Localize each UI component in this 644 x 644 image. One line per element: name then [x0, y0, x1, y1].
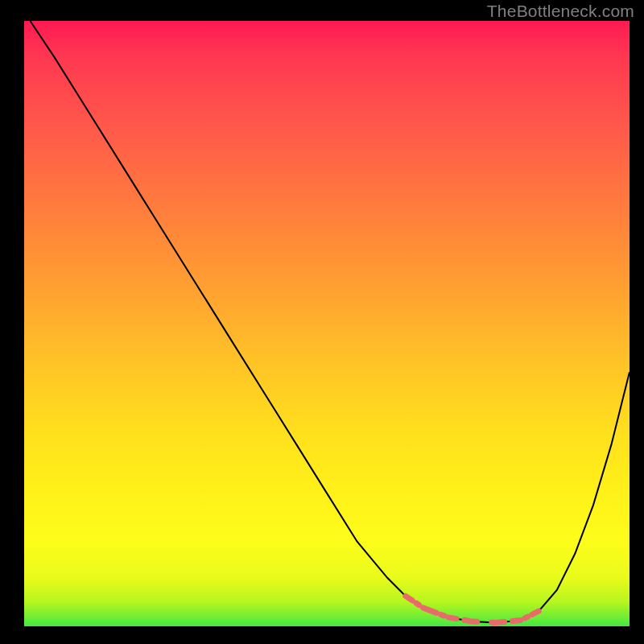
highlight-segment-line — [406, 596, 539, 622]
chart-container: TheBottleneck.com — [0, 0, 644, 644]
chart-svg — [24, 21, 630, 626]
chart-plot-area — [24, 21, 630, 626]
main-curve-line — [31, 21, 630, 623]
watermark-text: TheBottleneck.com — [487, 2, 634, 21]
